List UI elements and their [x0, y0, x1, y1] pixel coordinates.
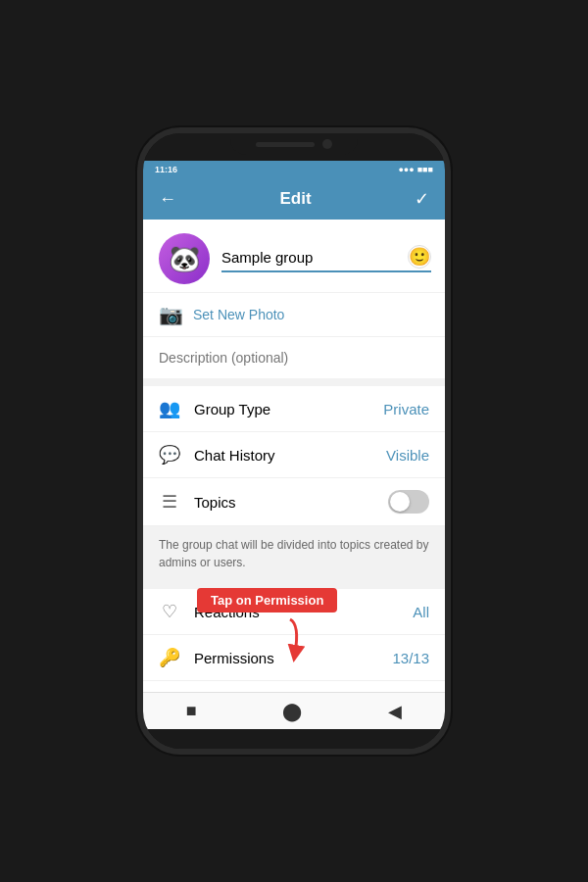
notch-speaker: [256, 142, 315, 147]
toggle-thumb: [390, 492, 410, 512]
reactions-label: Reactions: [194, 604, 399, 620]
description-section: [143, 337, 445, 386]
status-icons: ●●● ■■■: [398, 165, 433, 174]
header-title: Edit: [279, 189, 311, 209]
group-type-icon: 👥: [159, 398, 180, 419]
nav-back-button[interactable]: ◀: [388, 701, 402, 722]
topics-info-text: The group chat will be divided into topi…: [159, 538, 429, 569]
topics-toggle[interactable]: [388, 490, 429, 514]
screen: ← Edit ✓ 🐼 🙂 📷 Set New Photo 👥 Group Typ…: [143, 178, 445, 692]
permissions-label: Permissions: [194, 650, 378, 666]
group-type-label: Group Type: [194, 401, 369, 417]
reactions-value: All: [413, 604, 429, 620]
permissions-value: 13/13: [392, 650, 429, 666]
topics-icon: ☰: [159, 491, 180, 513]
confirm-button[interactable]: ✓: [415, 188, 429, 210]
profile-section: 🐼 🙂: [143, 220, 445, 293]
chat-history-label: Chat History: [194, 447, 372, 464]
phone-bottom-bar: [143, 729, 445, 749]
notch-camera: [322, 139, 332, 149]
permissions-row[interactable]: 🔑 Permissions 13/13 Tap on Permission: [143, 635, 445, 681]
status-time: 11:16: [155, 165, 177, 174]
reactions-row[interactable]: ♡ Reactions All: [143, 589, 445, 635]
nav-square-button[interactable]: ■: [186, 701, 197, 721]
avatar-image: 🐼: [169, 244, 200, 274]
avatar[interactable]: 🐼: [159, 233, 210, 284]
app-header: ← Edit ✓: [143, 178, 445, 220]
photo-section[interactable]: 📷 Set New Photo: [143, 293, 445, 337]
bottom-nav: ■ ⬤ ◀: [143, 692, 445, 729]
menu-group: ♡ Reactions All 🔑 Permissions 13/13 Tap …: [143, 589, 445, 692]
topics-row[interactable]: ☰ Topics: [143, 478, 445, 526]
group-type-row[interactable]: 👥 Group Type Private: [143, 386, 445, 432]
chat-history-row[interactable]: 💬 Chat History Visible: [143, 432, 445, 478]
back-button[interactable]: ←: [159, 189, 176, 210]
camera-icon: 📷: [159, 303, 183, 326]
status-bar: 11:16 ●●● ■■■: [143, 161, 445, 178]
name-input-wrapper: 🙂: [221, 245, 431, 272]
group-type-value: Private: [383, 401, 429, 417]
reactions-icon: ♡: [159, 601, 180, 622]
topics-info-box: The group chat will be divided into topi…: [143, 526, 445, 589]
phone-top-bar: [143, 133, 445, 161]
signal-icon: ●●●: [398, 165, 414, 174]
group-name-input[interactable]: [221, 249, 408, 266]
emoji-picker-button[interactable]: 🙂: [408, 245, 431, 269]
set-photo-label[interactable]: Set New Photo: [193, 307, 284, 322]
permissions-icon: 🔑: [159, 647, 180, 668]
description-input[interactable]: [159, 350, 429, 366]
notch: [230, 133, 358, 155]
chat-history-value: Visible: [386, 447, 429, 464]
invite-links-row[interactable]: 🔗 Invite Links 1: [143, 681, 445, 692]
settings-group: 👥 Group Type Private 💬 Chat History Visi…: [143, 386, 445, 526]
topics-label: Topics: [194, 494, 374, 511]
nav-home-button[interactable]: ⬤: [282, 701, 302, 722]
battery-icon: ■■■: [417, 165, 433, 174]
chat-history-icon: 💬: [159, 444, 180, 466]
phone-frame: 11:16 ●●● ■■■ ← Edit ✓ 🐼 🙂 📷 Set New Pho…: [137, 127, 451, 755]
